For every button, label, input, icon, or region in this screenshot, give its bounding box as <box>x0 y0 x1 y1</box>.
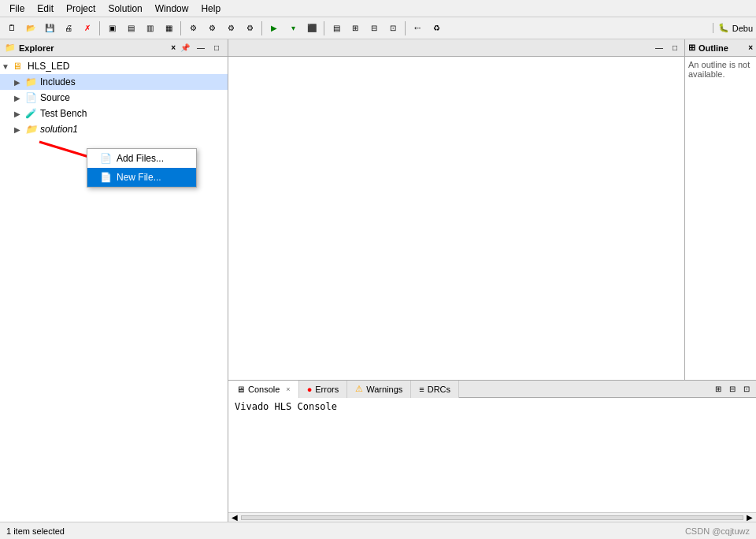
editor-area: — □ <box>228 39 685 380</box>
menu-project[interactable]: Project <box>60 2 102 16</box>
toolbar-b1[interactable]: ▣ <box>103 20 120 37</box>
add-files-icon: 📄 <box>100 153 112 164</box>
tree-includes[interactable]: ▶ 📁 Includes <box>0 74 228 90</box>
toolbar-c2[interactable]: ⚙ <box>203 20 220 37</box>
console-tab-x[interactable]: × <box>286 385 290 393</box>
toolbar-d1[interactable]: ▤ <box>328 20 345 37</box>
warnings-icon: ⚠ <box>355 384 363 394</box>
explorer-icon: 📁 <box>5 43 16 53</box>
explorer-pin[interactable]: 📌 <box>179 42 191 54</box>
scroll-left-icon[interactable]: ◀ <box>232 513 238 522</box>
tree-source-label: Source <box>40 92 70 103</box>
tree-root[interactable]: ▼ 🖥 HLS_LED <box>0 58 228 74</box>
status-right: CSDN @cqjtuwz <box>685 526 750 536</box>
menu-file[interactable]: File <box>3 2 31 16</box>
editor-maximize[interactable]: □ <box>669 42 681 54</box>
errors-label: Errors <box>315 385 339 394</box>
console-action-2[interactable]: ⊟ <box>726 383 739 396</box>
console-action-3[interactable]: ⊡ <box>740 383 753 396</box>
tab-errors[interactable]: ● Errors <box>299 381 348 398</box>
add-files-label: Add Files... <box>117 153 164 164</box>
editor-minimize[interactable]: — <box>653 42 665 54</box>
new-file-label: New File... <box>117 172 161 183</box>
explorer-header: 📁 Explorer × 📌 — □ <box>0 39 228 57</box>
new-file-icon: 📄 <box>100 172 112 183</box>
drcs-icon: ≡ <box>419 385 424 394</box>
toolbar-undo[interactable]: ✗ <box>79 20 96 37</box>
toolbar-e1[interactable]: ⤎ <box>409 20 426 37</box>
menu-help[interactable]: Help <box>195 2 227 16</box>
console-scrollbar[interactable]: ◀ ▶ <box>228 512 756 522</box>
context-new-file[interactable]: 📄 New File... <box>87 168 196 187</box>
tree-arrow-includes: ▶ <box>14 78 25 87</box>
tree-solution1[interactable]: ▶ 📁 solution1 <box>0 121 228 137</box>
toolbar-sep-4 <box>324 21 324 35</box>
tree-arrow-solution1: ▶ <box>14 125 25 134</box>
editor-content[interactable] <box>228 57 684 380</box>
toolbar-sep-1 <box>99 21 100 35</box>
tab-drcs[interactable]: ≡ DRCs <box>411 381 459 398</box>
toolbar-d3[interactable]: ⊟ <box>365 20 383 37</box>
toolbar-b2[interactable]: ▤ <box>122 20 139 37</box>
console-title: Vivado HLS Console <box>235 401 337 412</box>
outline-description: An outline is not available. <box>688 60 750 79</box>
toolbar-c3[interactable]: ⚙ <box>222 20 239 37</box>
editor-header: — □ <box>228 39 684 57</box>
toolbar-d2[interactable]: ⊞ <box>346 20 364 37</box>
toolbar-open[interactable]: 📂 <box>22 20 39 37</box>
debug-label: Debu <box>732 24 753 33</box>
status-left: 1 item selected <box>6 526 65 536</box>
toolbar-save[interactable]: 💾 <box>41 20 58 37</box>
tree-arrow-testbench: ▶ <box>14 110 25 118</box>
toolbar-e2[interactable]: ♻ <box>428 20 445 37</box>
tree-arrow-root: ▼ <box>2 62 13 71</box>
menu-window[interactable]: Window <box>149 2 195 16</box>
toolbar-print[interactable]: 🖨 <box>60 20 77 37</box>
errors-icon: ● <box>307 385 313 394</box>
tree-root-label: HLS_LED <box>28 61 69 72</box>
console-label: Console <box>248 385 280 394</box>
tab-warnings[interactable]: ⚠ Warnings <box>347 381 411 398</box>
scroll-right-icon[interactable]: ▶ <box>747 513 753 522</box>
menu-bar: File Edit Project Solution Window Help <box>0 0 756 17</box>
toolbar-d4[interactable]: ⊡ <box>384 20 402 37</box>
main-layout: 📁 Explorer × 📌 — □ ▼ 🖥 HLS_LED ▶ 📁 Inclu… <box>0 39 756 522</box>
tab-console[interactable]: 🖥 Console × <box>228 381 299 398</box>
tree-source[interactable]: ▶ 📄 Source <box>0 90 228 106</box>
project-icon: 🖥 <box>13 61 25 72</box>
toolbar-c4[interactable]: ⚙ <box>241 20 258 37</box>
solution-icon: 📁 <box>25 124 38 135</box>
toolbar-stop[interactable]: ⬛ <box>303 20 321 37</box>
console-content: Vivado HLS Console <box>228 398 756 512</box>
explorer-maximize[interactable]: □ <box>210 42 223 54</box>
includes-icon: 📁 <box>25 76 38 87</box>
toolbar-new[interactable]: 🗒 <box>3 20 20 37</box>
tree-testbench[interactable]: ▶ 🧪 Test Bench <box>0 106 228 121</box>
toolbar-b3[interactable]: ▥ <box>141 20 158 37</box>
warnings-label: Warnings <box>366 385 402 394</box>
console-action-1[interactable]: ⊞ <box>712 383 724 396</box>
bottom-tabs: 🖥 Console × ● Errors ⚠ Warnings ≡ DRCs <box>228 381 756 398</box>
horizontal-scrollbar[interactable] <box>241 515 743 520</box>
tree-solution1-label: solution1 <box>40 124 78 135</box>
context-menu: 📄 Add Files... 📄 New File... <box>87 148 197 188</box>
explorer-title: Explorer <box>19 43 168 53</box>
drcs-label: DRCs <box>428 385 450 394</box>
menu-solution[interactable]: Solution <box>102 2 148 16</box>
toolbar-c1[interactable]: ⚙ <box>184 20 202 37</box>
bottom-tab-actions: ⊞ ⊟ ⊡ <box>712 383 756 396</box>
menu-edit[interactable]: Edit <box>31 2 60 16</box>
outline-panel: ⊞ Outline × An outline is not available. <box>685 39 756 380</box>
toolbar-sep-2 <box>180 21 181 35</box>
testbench-icon: 🧪 <box>25 108 38 119</box>
toolbar-sep-5 <box>405 21 406 35</box>
context-add-files[interactable]: 📄 Add Files... <box>87 149 196 168</box>
toolbar-run[interactable]: ▶ <box>265 20 283 37</box>
toolbar-b4[interactable]: ▦ <box>160 20 177 37</box>
explorer-minimize[interactable]: — <box>195 42 207 54</box>
tree-testbench-label: Test Bench <box>40 108 87 119</box>
outline-title: Outline <box>699 43 728 53</box>
bottom-area: 🖥 Console × ● Errors ⚠ Warnings ≡ DRCs <box>228 380 756 522</box>
toolbar-sep-3 <box>261 21 262 35</box>
toolbar-run-dd[interactable]: ▾ <box>284 20 302 37</box>
